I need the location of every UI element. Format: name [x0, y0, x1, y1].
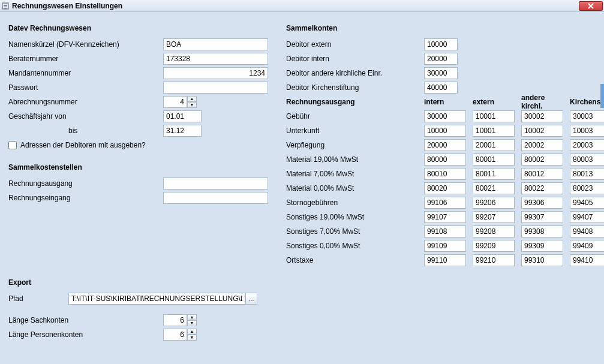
- svg-rect-1: [2, 3, 8, 4]
- kosten-ra-input[interactable]: [163, 178, 268, 189]
- grid-cell-input[interactable]: [521, 110, 563, 122]
- grid-cell-input[interactable]: [473, 211, 515, 223]
- grid-cell-input[interactable]: [521, 125, 563, 137]
- grid-row: Material 0,00% MwSt: [286, 181, 604, 195]
- grid-cell-input[interactable]: [473, 240, 515, 252]
- grid-cell-input[interactable]: [570, 110, 604, 122]
- grid-cell-input[interactable]: [424, 211, 466, 223]
- grid-cell-input[interactable]: [521, 182, 563, 194]
- grid-cell-input[interactable]: [570, 182, 604, 194]
- grid-cell-input[interactable]: [521, 211, 563, 223]
- svg-rect-3: [4, 7, 7, 7]
- svg-rect-2: [4, 5, 7, 6]
- grid-cell-input[interactable]: [473, 110, 515, 122]
- grid-row: Sonstiges 7,00% MwSt: [286, 224, 604, 239]
- grid-cell-input[interactable]: [521, 240, 563, 252]
- kosten-re-input[interactable]: [163, 192, 268, 204]
- grid-cell-input[interactable]: [521, 197, 563, 209]
- grid-cell-input[interactable]: [424, 139, 466, 151]
- grid-cell-input[interactable]: [521, 139, 563, 151]
- adressen-checkbox[interactable]: [8, 141, 17, 149]
- gj-bis-input[interactable]: [163, 125, 202, 137]
- pfad-browse-button[interactable]: ...: [245, 293, 257, 305]
- grid-cell-input[interactable]: [424, 197, 466, 209]
- mandant-input[interactable]: [163, 67, 268, 79]
- grid-cell-input[interactable]: [570, 154, 604, 166]
- grid-cell-input[interactable]: [570, 139, 604, 151]
- grid-cell-input[interactable]: [473, 225, 515, 237]
- sach-down[interactable]: ▼: [187, 320, 197, 326]
- close-button[interactable]: [579, 1, 603, 11]
- grid-cell-input[interactable]: [424, 125, 466, 137]
- namenskuerzel-input[interactable]: [163, 38, 268, 50]
- grid-cell-input[interactable]: [521, 254, 563, 266]
- namenskuerzel-label: Namenskürzel (DFV-Kennzeichen): [8, 40, 163, 49]
- gj-von-input[interactable]: [163, 110, 202, 122]
- grid-cell-input[interactable]: [570, 125, 604, 137]
- grid-row-label: Sonstiges 0,00% MwSt: [286, 242, 424, 250]
- grid-row: Stornogebühren: [286, 195, 604, 210]
- abrech-up[interactable]: ▲: [187, 96, 197, 102]
- grid-cell-input[interactable]: [570, 211, 604, 223]
- titlebar: Rechnungswesen Einstellungen: [0, 0, 604, 12]
- deb-stift-input[interactable]: [424, 82, 458, 94]
- grid-cell-input[interactable]: [424, 168, 466, 180]
- pfad-input[interactable]: [68, 293, 245, 305]
- abrech-spinner: ▲ ▼: [163, 96, 197, 108]
- grid-row-label: Sonstiges 19,00% MwSt: [286, 213, 424, 221]
- grid-header-label: Rechnungsausgang: [286, 98, 424, 106]
- grid-cell-input[interactable]: [570, 197, 604, 209]
- window-title: Rechnungswesen Einstellungen: [12, 2, 579, 10]
- deb-intern-label: Debitor intern: [286, 55, 424, 63]
- grid-cell-input[interactable]: [473, 254, 515, 266]
- grid-cell-input[interactable]: [570, 225, 604, 237]
- deb-extern-label: Debitor extern: [286, 40, 424, 49]
- grid-cell-input[interactable]: [473, 168, 515, 180]
- grid-cell-input[interactable]: [424, 154, 466, 166]
- kosten-re-label: Rechnungseingang: [8, 194, 163, 202]
- grid-cell-input[interactable]: [521, 154, 563, 166]
- app-icon: [1, 2, 10, 10]
- grid-col-2: andere kirchl.: [521, 94, 566, 110]
- grid-cell-input[interactable]: [473, 125, 515, 137]
- abrech-label: Abrechnungsnummer: [8, 98, 163, 106]
- grid-cell-input[interactable]: [424, 182, 466, 194]
- deb-extern-input[interactable]: [424, 38, 458, 50]
- pers-up[interactable]: ▲: [187, 329, 197, 335]
- grid-cell-input[interactable]: [521, 168, 563, 180]
- sach-up[interactable]: ▲: [187, 314, 197, 320]
- grid-cell-input[interactable]: [570, 168, 604, 180]
- grid-cell-input[interactable]: [473, 139, 515, 151]
- berater-input[interactable]: [163, 53, 268, 65]
- grid-cell-input[interactable]: [570, 254, 604, 266]
- grid-cell-input[interactable]: [424, 254, 466, 266]
- abrech-input[interactable]: [163, 96, 187, 108]
- grid-cell-input[interactable]: [424, 225, 466, 237]
- grid-cell-input[interactable]: [521, 225, 563, 237]
- grid-cell-input[interactable]: [570, 240, 604, 252]
- grid-row: Ortstaxe: [286, 253, 604, 267]
- pers-down[interactable]: ▼: [187, 335, 197, 341]
- deb-andere-input[interactable]: [424, 67, 458, 79]
- grid-cell-input[interactable]: [473, 197, 515, 209]
- grid-cell-input[interactable]: [473, 182, 515, 194]
- grid-cell-input[interactable]: [473, 154, 515, 166]
- grid-row-label: Material 0,00% MwSt: [286, 184, 424, 192]
- pers-input[interactable]: [163, 329, 187, 341]
- svg-rect-4: [4, 8, 7, 8]
- deb-intern-input[interactable]: [424, 53, 458, 65]
- grid-cell-input[interactable]: [424, 240, 466, 252]
- adressen-label: Adressen der Debitoren mit ausgeben?: [20, 141, 146, 149]
- export-header: Export: [8, 278, 596, 287]
- grid-body: GebührUnterkunftVerpflegungMaterial 19,0…: [286, 109, 604, 267]
- passwort-input[interactable]: [163, 82, 268, 94]
- grid-col-3: Kirchenstiftung: [570, 98, 604, 106]
- left-column: Datev Rechnungswesen Namenskürzel (DFV-K…: [8, 24, 268, 267]
- grid-cell-input[interactable]: [424, 110, 466, 122]
- sach-input[interactable]: [163, 314, 187, 326]
- deb-andere-label: Debitor andere kirchliche Einr.: [286, 69, 424, 77]
- abrech-down[interactable]: ▼: [187, 102, 197, 108]
- pers-label: Länge Personenkonten: [8, 330, 163, 339]
- kostenstellen-header: Sammelkostenstellen: [8, 163, 268, 172]
- grid-col-1: extern: [473, 98, 518, 106]
